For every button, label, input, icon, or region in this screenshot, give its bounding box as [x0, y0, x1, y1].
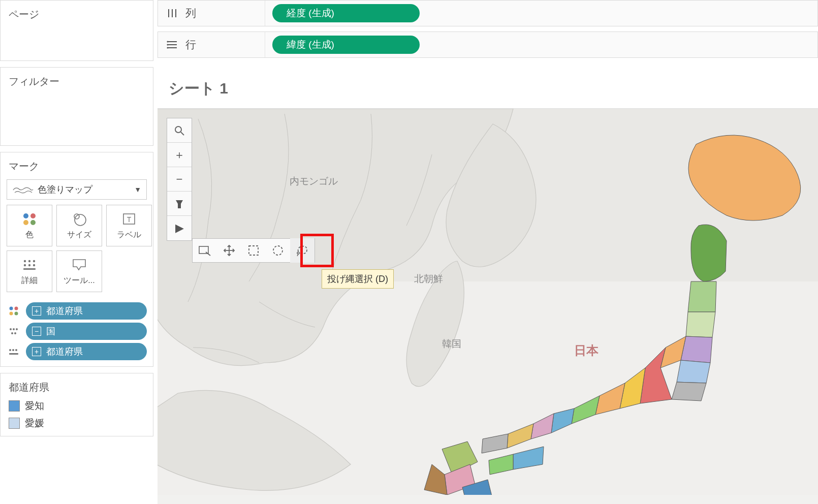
svg-point-5 — [74, 214, 79, 219]
map-label-japan: 日本 — [574, 342, 599, 359]
svg-point-20 — [13, 328, 15, 330]
search-icon — [174, 125, 185, 136]
plus-icon: + — [32, 306, 41, 316]
legend-card: 都道府県 愛知 愛媛 — [0, 373, 153, 436]
detail-dots-row-icon — [7, 346, 21, 357]
radial-select-button[interactable] — [266, 238, 290, 263]
legend-title: 都道府県 — [1, 373, 153, 397]
svg-point-2 — [23, 220, 28, 225]
svg-point-35 — [167, 44, 168, 45]
legend-item[interactable]: 愛媛 — [1, 415, 153, 432]
svg-text:T: T — [127, 215, 132, 224]
pill-color-prefecture[interactable]: + 都道府県 — [26, 302, 147, 320]
rect-select-icon — [247, 244, 260, 257]
svg-point-21 — [16, 328, 18, 330]
svg-rect-14 — [23, 268, 36, 270]
lasso-icon — [296, 244, 309, 257]
pages-title: ページ — [1, 1, 153, 24]
marks-title: マーク — [1, 152, 153, 176]
legend-swatch — [9, 400, 20, 412]
rows-icon — [166, 39, 178, 50]
tooltip: 投げ縄選択 (D) — [322, 269, 394, 289]
plus-icon: ＋ — [174, 147, 185, 163]
size-button[interactable]: サイズ — [56, 205, 102, 246]
mark-type-label: 色塗りマップ — [38, 183, 92, 196]
mark-type-select[interactable]: 色塗りマップ ▼ — [7, 179, 147, 200]
map-label-north-korea: 北朝鮮 — [414, 272, 443, 286]
svg-point-11 — [24, 264, 26, 266]
svg-point-9 — [28, 260, 30, 262]
svg-point-47 — [297, 252, 299, 254]
rect-select-button[interactable] — [241, 238, 266, 263]
columns-icon — [166, 8, 178, 19]
chevron-down-icon: ▼ — [134, 185, 141, 194]
zoom-in-button[interactable]: ＋ — [167, 143, 192, 167]
pages-shelf[interactable]: ページ — [0, 0, 153, 61]
color-dots-icon — [21, 211, 38, 227]
svg-point-15 — [10, 307, 13, 310]
columns-label: 列 — [185, 6, 196, 20]
pill-detail-prefecture[interactable]: + 都道府県 — [26, 343, 147, 360]
filters-shelf[interactable]: フィルター — [0, 67, 153, 146]
svg-point-13 — [33, 264, 35, 266]
map-label-korea: 韓国 — [442, 337, 461, 351]
svg-point-16 — [15, 307, 18, 310]
tooltip-icon — [71, 257, 88, 272]
svg-point-12 — [28, 264, 30, 266]
detail-dots-icon — [7, 326, 21, 337]
svg-point-8 — [24, 260, 26, 262]
map-viz[interactable]: 内モンゴル 北朝鮮 韓国 日本 ＋ − ▶ — [158, 108, 818, 504]
svg-point-3 — [30, 220, 36, 225]
search-button[interactable] — [167, 118, 192, 143]
svg-point-25 — [12, 349, 14, 351]
minus-icon: − — [32, 327, 41, 336]
map-canvas[interactable] — [158, 109, 818, 495]
zoom-out-button[interactable]: − — [167, 167, 192, 192]
svg-point-10 — [33, 260, 35, 262]
rows-shelf[interactable]: 行 緯度 (生成) — [158, 32, 818, 58]
columns-shelf[interactable]: 列 経度 (生成) — [158, 0, 818, 26]
rows-label: 行 — [185, 38, 196, 52]
svg-point-24 — [9, 349, 11, 351]
svg-point-0 — [23, 213, 28, 218]
filters-title: フィルター — [1, 68, 153, 91]
zoom-area-icon — [198, 244, 211, 257]
triangle-right-icon: ▶ — [175, 222, 184, 235]
minus-icon: − — [176, 173, 183, 186]
svg-point-1 — [30, 213, 36, 218]
move-icon — [223, 244, 235, 257]
svg-rect-27 — [9, 353, 18, 355]
svg-point-4 — [75, 214, 86, 226]
columns-pill[interactable]: 経度 (生成) — [272, 4, 420, 22]
legend-item[interactable]: 愛知 — [1, 397, 153, 415]
plus-icon: + — [32, 347, 41, 356]
svg-point-34 — [167, 41, 168, 42]
world-icon — [12, 184, 34, 195]
svg-point-39 — [175, 127, 181, 133]
label-button[interactable]: T ラベル — [106, 205, 152, 246]
color-button[interactable]: 色 — [7, 205, 52, 246]
sheet-title[interactable]: シート 1 — [158, 63, 818, 108]
svg-line-48 — [297, 254, 298, 256]
pin-button[interactable] — [167, 192, 192, 216]
lasso-select-button[interactable] — [290, 238, 314, 263]
svg-point-18 — [15, 312, 18, 316]
color-dots-icon — [7, 305, 21, 317]
zoom-area-button[interactable] — [193, 238, 217, 263]
legend-swatch — [9, 418, 20, 429]
pill-detail-country[interactable]: − 国 — [26, 323, 147, 340]
svg-point-19 — [10, 328, 12, 330]
tooltip-button[interactable]: ツール... — [56, 250, 102, 292]
expand-tools-button[interactable]: ▶ — [167, 216, 192, 240]
svg-point-46 — [273, 246, 282, 255]
svg-point-26 — [15, 349, 17, 351]
svg-rect-45 — [249, 246, 258, 255]
map-selection-toolbar — [192, 238, 315, 263]
map-label-inner-mongolia: 内モンゴル — [290, 175, 338, 188]
svg-point-22 — [11, 332, 13, 334]
map-vertical-toolbar: ＋ − ▶ — [167, 118, 192, 241]
svg-point-36 — [167, 47, 168, 48]
pan-button[interactable] — [217, 238, 241, 263]
rows-pill[interactable]: 緯度 (生成) — [272, 36, 420, 54]
detail-button[interactable]: 詳細 — [7, 250, 52, 292]
